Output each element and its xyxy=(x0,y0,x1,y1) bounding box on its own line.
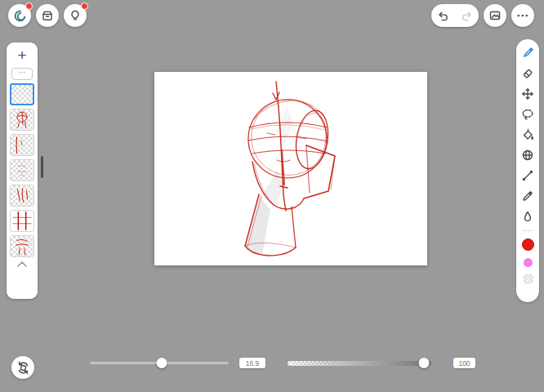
water-drop-icon xyxy=(521,210,534,223)
lasso-tool[interactable] xyxy=(521,108,534,121)
eyedropper-icon xyxy=(521,189,534,203)
add-layer-button[interactable]: + xyxy=(11,46,33,65)
slider-thumb[interactable] xyxy=(419,358,430,368)
lasso-icon xyxy=(521,108,534,121)
paint-bucket-icon xyxy=(521,128,534,141)
eraser-icon xyxy=(521,67,534,80)
opacity-slider[interactable] xyxy=(288,358,431,368)
layer-thumbnail-3[interactable] xyxy=(10,134,34,156)
undo-button[interactable] xyxy=(432,4,455,27)
chevron-up-icon xyxy=(17,261,27,267)
save-button[interactable] xyxy=(36,4,59,27)
color-swatch-red[interactable] xyxy=(522,238,534,251)
rotate-canvas-button[interactable] xyxy=(11,356,34,379)
undo-icon xyxy=(437,10,449,22)
move-tool[interactable] xyxy=(521,87,534,100)
line-icon xyxy=(521,169,534,182)
fill-tool[interactable] xyxy=(521,128,534,141)
layer-options-button[interactable]: ⋯ xyxy=(11,68,33,80)
layer-thumbnail-6[interactable] xyxy=(10,210,34,232)
opacity-value: 100 xyxy=(453,358,475,368)
save-icon xyxy=(41,9,54,22)
move-icon xyxy=(521,87,534,100)
layers-list xyxy=(10,83,34,257)
brush-size-value: 16.9 xyxy=(239,358,265,368)
eyedropper-tool[interactable] xyxy=(521,189,534,203)
line-tool[interactable] xyxy=(521,169,534,182)
undo-redo-group xyxy=(431,4,479,27)
layers-panel: + ⋯ xyxy=(7,42,38,299)
layer-thumbnail-1[interactable] xyxy=(10,83,34,105)
main-menu-button[interactable]: ⋯ xyxy=(511,4,534,27)
color-swatch-transparent[interactable] xyxy=(524,274,533,283)
notification-badge xyxy=(25,2,33,10)
layer-thumbnail-7[interactable] xyxy=(10,235,34,257)
mesh-tool[interactable] xyxy=(521,149,534,162)
menu-dots-icon: ⋯ xyxy=(516,8,529,23)
toolbar-divider xyxy=(522,230,533,231)
tools-toolbar xyxy=(516,39,539,302)
redo-icon xyxy=(461,10,473,22)
brush-size-slider[interactable] xyxy=(90,358,229,368)
layers-scroll-button[interactable] xyxy=(17,261,27,267)
panel-resize-handle[interactable] xyxy=(41,156,43,178)
rotate-canvas-icon xyxy=(16,361,30,375)
color-swatch-pink[interactable] xyxy=(524,258,533,267)
tips-button[interactable] xyxy=(64,4,87,27)
gallery-button[interactable] xyxy=(484,4,506,27)
eraser-tool[interactable] xyxy=(521,67,534,80)
brush-tool[interactable] xyxy=(521,47,534,60)
blend-tool[interactable] xyxy=(521,210,534,223)
brush-icon xyxy=(521,47,534,60)
notification-badge xyxy=(81,2,88,10)
layer-thumbnail-4[interactable] xyxy=(10,159,34,181)
drawing-canvas[interactable] xyxy=(154,72,427,265)
redo-button[interactable] xyxy=(456,4,479,27)
slider-track xyxy=(288,361,431,366)
grid-sphere-icon xyxy=(521,149,534,162)
gallery-icon xyxy=(488,9,502,22)
app-logo-icon xyxy=(13,9,27,23)
canvas-artwork xyxy=(154,72,427,265)
layer-thumbnail-2[interactable] xyxy=(10,109,34,131)
slider-thumb[interactable] xyxy=(157,358,167,368)
lightbulb-icon xyxy=(69,9,82,22)
app-logo-button[interactable] xyxy=(8,4,31,27)
layer-thumbnail-5[interactable] xyxy=(10,185,34,207)
